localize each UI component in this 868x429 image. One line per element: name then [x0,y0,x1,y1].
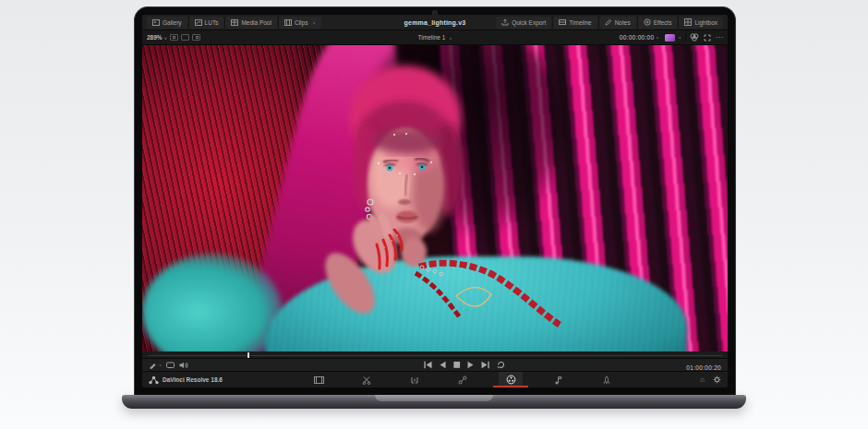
effects-icon [644,18,651,26]
viewer-mode-toggle-1[interactable] [170,34,178,41]
play-button[interactable] [467,361,475,369]
color-page-icon [506,375,516,385]
page-color-button[interactable] [499,372,523,387]
chevron-down-icon: ∨ [656,36,658,40]
divider [685,33,686,42]
notes-label: Notes [615,19,631,26]
clips-icon [284,19,292,26]
chevron-down-icon: ∨ [164,37,167,41]
viewer-scrubber[interactable] [142,352,728,359]
home-icon[interactable]: ⌂ [700,376,705,384]
fusion-page-icon [458,375,467,385]
transport-bar: ∨ 01:00:00:20 [142,359,728,372]
page-edit-button[interactable] [403,372,427,387]
toolbar-left-group: Gallery LUTs Media Pool Clips ∨ [147,17,321,29]
chevron-down-icon: ∨ [159,363,162,367]
toggle-icon [196,36,199,39]
viewer-tools: ∨ [149,361,188,369]
edit-page-icon [410,375,419,385]
page-fairlight-button[interactable] [547,372,571,387]
photo-portrait-overlay [142,45,728,352]
playhead-timecode: 01:00:00:20 [686,364,721,371]
transport-controls [424,361,506,369]
luts-button[interactable]: LUTs [188,17,224,29]
skip-to-end-button[interactable] [481,361,490,369]
media-pool-label: Media Pool [241,19,271,26]
page-bar: DaVinci Resolve 18.6 [142,372,728,387]
timeline-icon [559,18,566,26]
timeline-label: Timeline [569,19,591,26]
macbook-lid: gemma_lighting.v3 Gallery LUTs Media Poo… [134,6,736,395]
macbook-base [122,395,746,409]
luts-icon [195,19,202,26]
toolbar-right-group: Quick Export Timeline Notes Effects [496,17,723,29]
page-deliver-button[interactable] [595,372,619,387]
page-media-button[interactable] [307,372,331,387]
viewer-zoom-value: 289% [147,34,163,41]
step-back-button[interactable] [440,361,447,369]
gallery-label: Gallery [163,19,182,26]
luts-label: LUTs [205,19,219,26]
clip-thumbnail-icon[interactable] [665,34,675,42]
page-fusion-button[interactable] [451,372,475,387]
notes-icon [605,18,612,26]
scrubber-track[interactable] [148,355,722,356]
playhead-marker[interactable] [247,352,249,358]
page-buttons [307,372,619,387]
effects-button[interactable]: Effects [637,17,678,29]
effects-label: Effects [654,19,672,26]
viewer-canvas[interactable] [142,45,728,352]
lightbox-icon [684,18,692,26]
playhead-timecode-wrap: 01:00:00:20 [686,357,721,374]
clips-button[interactable]: Clips ∨ [278,17,321,29]
viewer-mode-toggle-2[interactable] [181,34,189,41]
stop-button[interactable] [453,361,461,369]
media-pool-icon [231,19,238,26]
app-version-label: DaVinci Resolve 18.6 [163,376,223,383]
lightbox-button[interactable]: Lightbox [678,17,723,29]
page-cut-button[interactable] [355,372,379,387]
chevron-down-icon: ∨ [312,20,315,24]
app-brand: DaVinci Resolve 18.6 [149,375,223,385]
color-wheels-icon[interactable] [690,33,699,42]
gallery-icon [152,19,160,26]
gallery-button[interactable]: Gallery [147,17,187,29]
more-options-icon[interactable]: ⋯ [716,33,723,42]
viewer-timecode[interactable]: 00:00:00:00 [620,34,655,41]
davinci-resolve-window: gemma_lighting.v3 Gallery LUTs Media Poo… [142,15,728,387]
quick-export-button[interactable]: Quick Export [496,17,551,29]
page-bar-right: ⌂ [700,375,721,384]
speaker-icon[interactable] [179,362,188,369]
loop-button[interactable] [497,361,506,369]
pen-tool-icon [149,361,157,369]
lid-notch [375,395,493,401]
timeline-selector[interactable]: Timeline 1 [418,34,446,41]
clips-label: Clips [295,19,307,26]
pen-tool-button[interactable]: ∨ [149,361,162,369]
project-title: gemma_lighting.v3 [404,19,466,26]
top-toolbar: gemma_lighting.v3 Gallery LUTs Media Poo… [142,15,728,30]
chevron-down-icon: ∨ [679,36,681,40]
media-pool-button[interactable]: Media Pool [224,17,277,29]
quick-export-label: Quick Export [512,19,546,26]
annotation-icon[interactable] [166,362,175,369]
chevron-down-icon: ∨ [449,37,452,41]
lightbox-label: Lightbox [694,19,717,26]
media-page-icon [314,375,324,385]
macbook-laptop: gemma_lighting.v3 Gallery LUTs Media Poo… [0,0,868,429]
gear-icon[interactable] [713,375,721,384]
timeline-button[interactable]: Timeline [552,17,597,29]
toggle-icon [173,36,175,39]
expand-icon[interactable] [704,34,711,42]
cut-page-icon [362,375,371,385]
skip-to-start-button[interactable] [424,361,433,369]
davinci-logo-icon [149,375,159,385]
viewer-mode-toggle-3[interactable] [192,34,200,41]
fairlight-page-icon [554,375,563,385]
viewer-toolbar: Timeline 1 ∨ 289%∨ 00:00:00:00 ∨ ∨ ⋯ [142,30,728,45]
notes-button[interactable]: Notes [598,17,636,29]
deliver-page-icon [602,375,611,385]
viewer-zoom-select[interactable]: 289%∨ [147,34,167,41]
quick-export-icon [501,18,509,26]
